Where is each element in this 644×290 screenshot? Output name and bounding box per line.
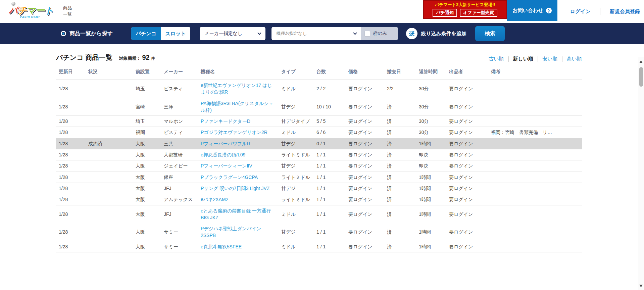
cell-location: 宮崎 (133, 98, 161, 116)
cell-model: e押忍番長漢の頂/L09 (198, 149, 279, 160)
cell-response: 30分 (416, 116, 446, 127)
model-link[interactable]: Pゴジラ対エヴァンゲリオン2R (201, 130, 267, 135)
tab-pachinko[interactable]: パチンコ (131, 27, 161, 40)
cell-location: 大阪 (133, 205, 161, 223)
table-row: 1/28成約済大阪三共PフィーバーパワフルR甘デジ0 / 1要ログイン済1時間要… (56, 138, 582, 149)
model-link[interactable]: PファンキードクターD (201, 118, 250, 124)
cell-units: 5 / 5 (314, 116, 346, 127)
cell-response: 1時間 (416, 205, 446, 223)
cell-status (86, 127, 133, 138)
table-row: 1/28大阪JFJPリング 呪いの7日間3 Light JVZ甘デジ1 / 1要… (56, 183, 582, 194)
offer-trade-button[interactable]: オファー型売買 (460, 9, 497, 17)
col-removal: 撤去日 (384, 67, 416, 80)
sort-highest[interactable]: 高い順 (562, 56, 582, 62)
cell-maker: ビスティ (161, 127, 198, 138)
table-row: 1/28大阪銀座Pブラックラグーン4GCPAライトミドル1 / 1要ログイン済1… (56, 172, 582, 183)
model-link[interactable]: PA海物語3R3LBA(クリスタルシェル枠) (201, 101, 274, 113)
cell-update: 1/28 (56, 149, 86, 160)
breadcrumb-line1: 商品 (63, 5, 72, 11)
promo-banner[interactable]: パチマート2大新サービス登場!! パチ通知 オファー型売買 (423, 0, 507, 19)
login-link[interactable]: ログイン (570, 8, 591, 15)
cell-price: 要ログイン (346, 241, 384, 252)
cell-response: 即決 (416, 149, 446, 160)
col-units: 台数 (314, 67, 346, 80)
cell-location: 大阪 (133, 241, 161, 252)
cell-response: 1時間 (416, 223, 446, 241)
table-row: 1/28宮崎三洋PA海物語3R3LBA(クリスタルシェル枠)甘デジ10 / 10… (56, 98, 582, 116)
cell-response: 1時間 (416, 183, 446, 194)
cell-seller: 要ログイン (446, 127, 488, 138)
cell-price: 要ログイン (346, 205, 384, 223)
pachi-tsuchi-button[interactable]: パチ通知 (433, 9, 457, 17)
cell-removal: 済 (384, 183, 416, 194)
site-logo[interactable]: パチマート PACHI MART (9, 4, 56, 18)
cell-status (86, 205, 133, 223)
cell-note (488, 149, 582, 160)
sort-newest[interactable]: 新しい順 (509, 56, 538, 62)
cell-type: ミドル (279, 80, 314, 98)
scrollbar-up-icon[interactable] (639, 60, 643, 63)
cell-type: ライトミドル (279, 172, 314, 183)
cell-seller: 要ログイン (446, 223, 488, 241)
cell-type: ミドル (279, 205, 314, 223)
model-link[interactable]: e押忍番長漢の頂/L09 (201, 152, 245, 157)
cell-units: 2 / 2 (314, 80, 346, 98)
vertical-scrollbar[interactable] (638, 57, 644, 290)
add-filter-button[interactable]: 絞り込み条件を追加 (406, 28, 466, 39)
cell-note (488, 160, 582, 172)
model-link[interactable]: PフィーバーパワフルR (201, 141, 250, 146)
cell-response: 1時間 (416, 241, 446, 252)
cell-status (86, 194, 133, 205)
register-link[interactable]: 新規会員登録 (610, 8, 640, 15)
cell-maker: 三洋 (161, 98, 198, 116)
cell-model: e新世紀エヴァンゲリオン17 はじまりの記憶R (198, 80, 279, 98)
model-select-placeholder: 機種名指定なし (276, 31, 307, 37)
sort-oldest[interactable]: 古い順 (484, 56, 508, 62)
scrollbar-thumb[interactable] (639, 67, 643, 87)
model-link[interactable]: eとある魔術の禁書目録 一方通行 BIG JKZ (201, 208, 271, 220)
cell-removal: 済 (384, 205, 416, 223)
sort-cheapest[interactable]: 安い順 (538, 56, 562, 62)
cell-removal: 済 (384, 149, 416, 160)
model-select[interactable]: 機種名指定なし (271, 27, 361, 40)
search-button[interactable]: 検索 (475, 26, 505, 41)
cell-seller: 要ログイン (446, 116, 488, 127)
scrollbar-down-icon[interactable] (639, 285, 643, 287)
cell-location: 大阪 (133, 149, 161, 160)
auth-divider (600, 8, 600, 15)
model-link[interactable]: e真北斗無双5SFEE (201, 244, 242, 249)
model-link[interactable]: e新世紀エヴァンゲリオン17 はじまりの記憶R (201, 83, 272, 95)
model-link[interactable]: Pリング 呪いの7日間3 Light JVZ (201, 186, 269, 191)
model-link[interactable]: Pデジハネ聖戦士ダンバイン2SSPB (201, 226, 261, 238)
model-link[interactable]: PフィーバークィーンⅡV (201, 163, 252, 168)
cell-removal: 済 (384, 223, 416, 241)
cell-type: ライトミドル (279, 149, 314, 160)
frame-only-checkbox[interactable] (364, 31, 370, 37)
model-link[interactable]: eバキ2XAM2 (201, 197, 228, 202)
maker-select[interactable]: メーカー指定なし (200, 27, 265, 40)
cell-units: 1 / 1 (314, 149, 346, 160)
chevron-down-icon (257, 31, 261, 35)
tab-slot[interactable]: スロット (161, 27, 190, 40)
cell-price: 要ログイン (346, 183, 384, 194)
cell-type: 甘デジ (279, 98, 314, 116)
col-price: 価格 (346, 67, 384, 80)
pachinko-ball-icon (11, 2, 15, 6)
col-maker: メーカー (161, 67, 198, 80)
frame-only-option: 枠のみ (361, 27, 398, 40)
main-content: パチンコ 商品一覧 対象機種： 92 件 古い順 新しい順 安い順 高い順 更新… (0, 44, 644, 252)
cell-location: 埼玉 (133, 116, 161, 127)
chevron-right-circle-icon: ❯ (546, 8, 552, 13)
cell-seller: 要ログイン (446, 160, 488, 172)
contact-button[interactable]: お問い合わせ ❯ (507, 0, 557, 21)
cell-model: PフィーバーパワフルR (198, 138, 279, 149)
cell-update: 1/28 (56, 241, 86, 252)
cell-removal: 済 (384, 98, 416, 116)
cell-price: 要ログイン (346, 127, 384, 138)
filter-bar: 商品一覧から探す パチンコ スロット メーカー指定なし 機種名指定なし 枠のみ (0, 23, 644, 44)
model-link[interactable]: Pブラックラグーン4GCPA (201, 175, 258, 180)
cell-removal: 済 (384, 172, 416, 183)
cell-model: eバキ2XAM2 (198, 194, 279, 205)
table-header-row: 更新日 状況 前設置 メーカー 機種名 タイプ 台数 価格 撤去日 返答時間 出… (56, 67, 582, 80)
promo-buttons: パチ通知 オファー型売買 (433, 9, 497, 17)
